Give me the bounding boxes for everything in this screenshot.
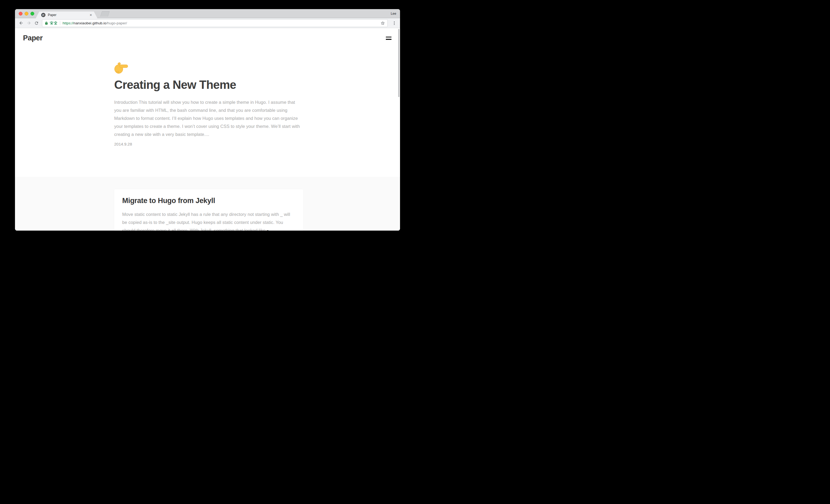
post-excerpt: Introduction This tutorial will show you… — [114, 98, 302, 138]
fullscreen-window-button[interactable] — [30, 12, 34, 15]
window-controls — [19, 9, 34, 18]
address-bar[interactable]: https://nanxiaobei.github.io/hugo-paper/ — [42, 19, 388, 27]
scrollbar-thumb[interactable] — [398, 29, 400, 97]
forward-button[interactable] — [25, 19, 33, 27]
profile-name[interactable]: Lee — [391, 12, 396, 15]
favicon-text: 2! — [42, 13, 44, 16]
secure-label-glyph-an — [50, 21, 54, 25]
url-scheme: https:// — [63, 21, 73, 25]
pointing-right-emoji — [114, 60, 129, 75]
back-button[interactable] — [17, 19, 25, 27]
bookmark-star-button[interactable] — [381, 21, 385, 25]
secure-label — [50, 21, 58, 25]
forward-arrow-icon — [27, 21, 31, 25]
back-arrow-icon — [19, 21, 24, 25]
site-title-link[interactable]: Paper — [23, 34, 43, 42]
reload-icon — [34, 21, 39, 25]
post-title[interactable]: Migrate to Hugo from Jekyll — [122, 197, 295, 205]
minimize-window-button[interactable] — [25, 12, 28, 15]
post-item-card[interactable]: Migrate to Hugo from Jekyll Move static … — [114, 189, 303, 230]
reload-button[interactable] — [33, 19, 40, 27]
secure-label-glyph-quan — [54, 21, 58, 25]
expand-marker-icon: ▾ — [267, 229, 269, 230]
secure-lock-icon — [45, 22, 48, 25]
page-viewport: Paper Creating a New Theme Introduction … — [15, 28, 400, 230]
menu-icon[interactable] — [386, 35, 391, 41]
url-path: /hugo-paper/ — [106, 21, 127, 25]
star-icon — [381, 21, 385, 25]
site-header: Paper — [23, 34, 391, 42]
post-excerpt: Move static content to static Jekyll has… — [122, 210, 295, 230]
close-window-button[interactable] — [19, 12, 23, 15]
site-favicon-icon: 2! — [41, 12, 46, 18]
browser-window: 2! Paper × Lee — [15, 9, 400, 230]
tab-strip: 2! Paper × Lee — [15, 9, 400, 18]
browser-tab[interactable]: 2! Paper × — [36, 11, 97, 18]
post-excerpt-text: Move static content to static Jekyll has… — [122, 212, 290, 230]
post-title[interactable]: Creating a New Theme — [114, 78, 302, 92]
url-host: nanxiaobei.github.io — [73, 21, 106, 25]
three-dots-icon — [392, 21, 396, 25]
post-item-first: Creating a New Theme Introduction This t… — [114, 60, 302, 146]
browser-menu-button[interactable] — [390, 19, 398, 27]
post-date: 2014.9.28 — [114, 142, 302, 146]
new-tab-button[interactable] — [100, 11, 109, 17]
omnibox-separator — [60, 21, 60, 25]
tab-close-icon[interactable]: × — [88, 13, 92, 17]
url-text: https://nanxiaobei.github.io/hugo-paper/ — [63, 21, 127, 25]
browser-toolbar: https://nanxiaobei.github.io/hugo-paper/ — [15, 18, 400, 28]
tab-title: Paper — [48, 13, 88, 17]
